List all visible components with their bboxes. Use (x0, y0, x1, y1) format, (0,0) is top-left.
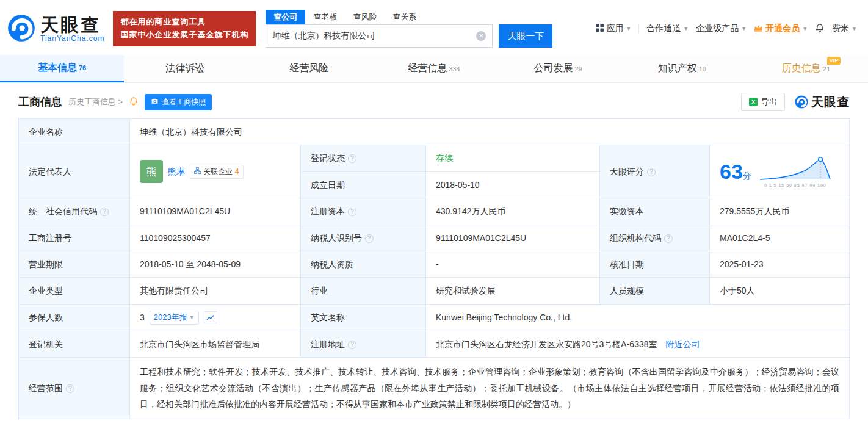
score-unit: 分 (743, 171, 751, 181)
top-header: 天眼查 TianYanCha.com 都在用的商业查询工具 国家中小企业发展子基… (0, 0, 868, 55)
tab-history-info[interactable]: 历史信息21 VIP (744, 55, 868, 82)
help-icon[interactable]: ? (348, 341, 356, 349)
insured-count-value: 3 (140, 311, 145, 324)
credit-code-label: 统一社会信用代码? (19, 198, 130, 225)
help-icon[interactable]: ? (664, 234, 673, 243)
paid-capital-value: 279.5555万人民币 (710, 198, 850, 225)
table-row: 经营范围? 工程和技术研究；软件开发；技术开发、技术推广、技术转让、技术咨询、技… (19, 357, 850, 419)
section-title: 工商信息 (18, 95, 62, 109)
search-tab-relation[interactable]: 查关系 (385, 10, 424, 24)
search-tab-company[interactable]: 查公司 (266, 10, 305, 24)
tab-operational-risk[interactable]: 经营风险 (248, 55, 372, 82)
annual-report-link[interactable]: 2023年报▼ (150, 311, 199, 325)
table-row: 登记机关 北京市门头沟区市场监督管理局 注册地址? 北京市门头沟区石龙经济开发区… (19, 331, 850, 357)
slogan-line2: 国家中小企业发展子基金旗下机构 (120, 29, 248, 42)
legal-rep-avatar[interactable]: 熊 (140, 160, 163, 183)
nav-cooperation[interactable]: 合作通道 ▼ (646, 23, 689, 34)
org-code-value: MA01C2L4-5 (710, 225, 850, 251)
business-scope-label: 经营范围? (19, 357, 130, 419)
tab-intellectual-property[interactable]: 知识产权10 (620, 55, 744, 82)
tab-legal-proceedings[interactable]: 法律诉讼 (124, 55, 248, 82)
nav-enterprise-products[interactable]: 企业级产品 ▼ (696, 23, 747, 34)
logo-domain: TianYanCha.com (40, 35, 104, 43)
score-cell[interactable]: 63分 0 1 5 15 50 85 97 99 100 (710, 145, 850, 198)
bell-icon (815, 23, 825, 35)
insured-count-cell: 3 2023年报▼ (130, 304, 301, 331)
trend-chart-icon[interactable] (204, 311, 217, 323)
score-distribution-chart: 0 1 5 15 50 85 97 99 100 (759, 155, 832, 189)
help-icon[interactable]: ? (348, 208, 356, 216)
monitor-bell-icon[interactable] (129, 96, 139, 108)
notification-bell[interactable] (815, 23, 825, 35)
camera-icon (151, 97, 159, 107)
related-companies-tag[interactable]: 关联企业 4 (190, 165, 244, 179)
tianyancha-swirl-icon (7, 14, 35, 44)
brand-watermark: 天眼查 (795, 94, 850, 110)
search-button[interactable]: 天眼一下 (499, 24, 552, 48)
english-name-value: Kunwei Beijing Technology Co., Ltd. (426, 304, 850, 331)
english-name-label: 英文名称 (301, 304, 426, 331)
slogan-banner: 都在用的商业查询工具 国家中小企业发展子基金旗下机构 (113, 11, 256, 46)
clear-search-icon[interactable]: ✕ (476, 31, 486, 41)
tianyancha-logo[interactable]: 天眼查 TianYanCha.com (7, 14, 104, 44)
history-business-info-link[interactable]: 历史工商信息 > (68, 96, 123, 107)
org-code-label: 组织机构代码? (600, 225, 710, 251)
company-name-label: 企业名称 (19, 119, 130, 145)
snapshot-button-label: 查看工商快照 (162, 97, 206, 107)
legal-rep-name-link[interactable]: 熊琳 (168, 165, 185, 178)
tab-label: 经营风险 (289, 62, 328, 75)
tab-label: 经营信息 (408, 62, 447, 75)
registered-address-label: 注册地址? (301, 331, 426, 357)
search-tab-risk[interactable]: 查风险 (345, 10, 385, 24)
crown-icon (754, 24, 763, 34)
search-tab-boss[interactable]: 查老板 (305, 10, 345, 24)
top-navigation: 应用 ▼ 合作通道 ▼ 企业级产品 ▼ 开通会员 ▼ 费米 ▼ (596, 23, 857, 35)
help-icon[interactable]: ? (647, 168, 656, 176)
search-input[interactable] (272, 31, 476, 41)
table-row: 企业类型 其他有限责任公司 行业 研究和试验发展 人员规模 小于50人 (19, 278, 850, 304)
score-axis-labels: 0 1 5 15 50 85 97 99 100 (764, 182, 826, 189)
nav-open-membership[interactable]: 开通会员 ▼ (754, 23, 808, 34)
paid-capital-label: 实缴资本 (600, 198, 710, 225)
tab-company-development[interactable]: 公司发展29 (496, 55, 620, 82)
nav-cooperation-label: 合作通道 (646, 23, 681, 34)
established-value: 2018-05-10 (426, 171, 600, 198)
tab-count: 10 (699, 65, 706, 73)
export-button[interactable]: X 导出 (741, 93, 785, 111)
reg-capital-value: 430.9142万人民币 (426, 198, 600, 225)
reg-status-value: 存续 (426, 145, 600, 171)
registered-address-value: 北京市门头沟区石龙经济开发区永安路20号3号楼A-6338室 (436, 339, 657, 349)
excel-icon: X (749, 98, 758, 106)
tab-business-info[interactable]: 经营信息334 (372, 55, 496, 82)
org-chart-icon (194, 166, 201, 178)
tax-id-value: 91110109MA01C2L45U (426, 225, 600, 251)
staff-size-value: 小于50人 (710, 278, 850, 304)
tab-label: 公司发展 (534, 62, 573, 75)
staff-size-label: 人员规模 (600, 278, 710, 304)
help-icon[interactable]: ? (348, 154, 356, 163)
slogan-line1: 都在用的商业查询工具 (120, 16, 248, 29)
section-header: 工商信息 历史工商信息 > 查看工商快照 X 导出 天眼查 (0, 83, 868, 117)
help-icon[interactable]: ? (66, 384, 74, 393)
tab-basic-info[interactable]: 基本信息76 (0, 55, 124, 82)
help-icon[interactable]: ? (365, 234, 374, 243)
business-scope-value: 工程和技术研究；软件开发；技术开发、技术推广、技术转让、技术咨询、技术服务；企业… (130, 357, 850, 419)
search-box[interactable]: ✕ (266, 24, 493, 48)
tab-label: 历史信息 (782, 62, 821, 75)
registered-address-cell: 北京市门头沟区石龙经济开发区永安路20号3号楼A-6338室 附近公司 (426, 331, 850, 357)
tab-count: 29 (575, 65, 582, 73)
user-menu[interactable]: 费米 ▼ (832, 23, 857, 34)
export-button-label: 导出 (761, 96, 777, 107)
business-info-table: 企业名称 坤维（北京）科技有限公司 法定代表人 熊 熊琳 关联企业 4 (18, 118, 850, 419)
help-icon[interactable]: ? (100, 208, 109, 216)
username: 费米 (832, 23, 849, 34)
table-row: 工商注册号 110109025300457 纳税人识别号? 91110109MA… (19, 225, 850, 251)
reg-number-value: 110109025300457 (130, 225, 301, 251)
nearby-companies-link[interactable]: 附近公司 (665, 339, 700, 349)
company-type-value: 其他有限责任公司 (130, 278, 301, 304)
nav-apps[interactable]: 应用 ▼ (596, 23, 631, 34)
search-tabs: 查公司 查老板 查风险 查关系 (266, 10, 552, 24)
approval-date-value: 2025-01-23 (710, 251, 850, 277)
tab-label: 基本信息 (38, 62, 77, 74)
view-business-snapshot-button[interactable]: 查看工商快照 (145, 94, 212, 110)
